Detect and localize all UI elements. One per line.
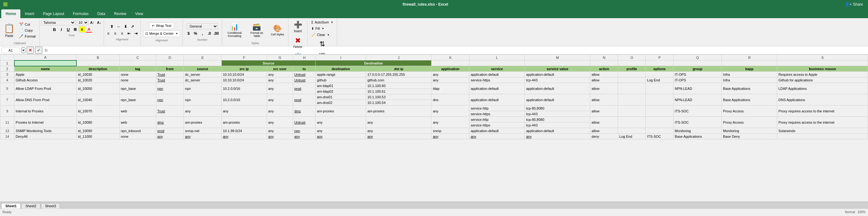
- cell-S13[interactable]: Solarwinds: [777, 128, 868, 134]
- col-header-K[interactable]: K: [432, 55, 469, 60]
- cell-A5[interactable]: Allow LDAP From Prod: [14, 83, 77, 94]
- cell-D13[interactable]: prod: [156, 128, 184, 134]
- cell-J7[interactable]: 10.1.100.53: [366, 94, 432, 100]
- cell-I5[interactable]: am-ldap01: [316, 83, 366, 89]
- tab-home[interactable]: Home: [1, 9, 20, 18]
- cell-H13[interactable]: npn: [293, 128, 315, 134]
- cell-K2[interactable]: application: [432, 66, 469, 72]
- cell-M13[interactable]: application-default: [525, 128, 590, 134]
- cell-E2[interactable]: source: [184, 66, 222, 72]
- cell-E5[interactable]: npn: [184, 83, 222, 94]
- cell-F4[interactable]: 10.10.10.0/24: [221, 77, 267, 83]
- cell-R5[interactable]: Base Applications: [722, 83, 777, 94]
- cell-E13[interactable]: snmp-net: [184, 128, 222, 134]
- cell-A13[interactable]: SNMP Monitoring Tools: [14, 128, 77, 134]
- align-left-button[interactable]: ≡: [105, 30, 112, 37]
- cell-G2[interactable]: src user: [267, 66, 293, 72]
- cell-O3[interactable]: [618, 72, 646, 77]
- cell-J14[interactable]: any: [366, 134, 432, 139]
- cell-G4[interactable]: any: [267, 77, 293, 83]
- comma-button[interactable]: ,: [199, 30, 206, 37]
- cell-S2[interactable]: business reason: [777, 66, 868, 72]
- cell-G3[interactable]: any: [267, 72, 293, 77]
- cell-G13[interactable]: any: [267, 128, 293, 134]
- font-family-select[interactable]: Tahoma Arial Calibri: [41, 20, 75, 25]
- conditional-formatting-button[interactable]: 📊 Conditional Formatting: [224, 22, 245, 39]
- cell-Q4[interactable]: IT-OPS: [673, 77, 721, 83]
- format-as-table-button[interactable]: 🗃️ Format as Table: [246, 22, 267, 39]
- col-header-N[interactable]: N: [590, 55, 618, 60]
- cell-C13[interactable]: npn_inbound: [119, 128, 156, 134]
- decrease-indent-button[interactable]: ⇤: [126, 30, 132, 37]
- cell-S11[interactable]: Proxy requires access to the internet: [777, 117, 868, 128]
- cell-O13[interactable]: [618, 128, 646, 134]
- col-header-L[interactable]: L: [469, 55, 525, 60]
- cell-P11[interactable]: [646, 117, 674, 128]
- cell-D1[interactable]: [156, 60, 184, 66]
- cell-R9[interactable]: Proxy Access: [722, 105, 777, 117]
- cell-D7[interactable]: npn: [156, 94, 184, 105]
- col-header-B[interactable]: B: [76, 55, 119, 60]
- cell-J4[interactable]: github.com: [366, 77, 432, 83]
- cell-C5[interactable]: npn_base: [119, 83, 156, 94]
- cell-N1[interactable]: [590, 60, 618, 66]
- col-header-O[interactable]: O: [618, 55, 646, 60]
- col-header-Q[interactable]: Q: [673, 55, 721, 60]
- cell-A11[interactable]: Proxies to Internet: [14, 117, 77, 128]
- cell-N5[interactable]: allow: [590, 83, 618, 94]
- cell-R11[interactable]: Proxy Access: [722, 117, 777, 128]
- cell-N4[interactable]: allow: [590, 77, 618, 83]
- cell-R4[interactable]: Infra: [722, 77, 777, 83]
- cell-C11[interactable]: web: [119, 117, 156, 128]
- increase-font-button[interactable]: A↑: [89, 20, 95, 26]
- cell-L7[interactable]: application-default: [469, 94, 525, 105]
- bold-button[interactable]: B: [51, 26, 58, 33]
- tab-data[interactable]: Data: [93, 9, 110, 18]
- tab-view[interactable]: View: [131, 9, 148, 18]
- cell-Q2[interactable]: group: [673, 66, 721, 72]
- col-header-H[interactable]: H: [293, 55, 315, 60]
- cell-M14[interactable]: any: [525, 134, 590, 139]
- cell-K3[interactable]: any: [432, 72, 469, 77]
- cell-S5[interactable]: LDAP Applications: [777, 83, 868, 94]
- cell-O14[interactable]: Log End: [618, 134, 646, 139]
- cell-G7[interactable]: any: [267, 94, 293, 105]
- cell-E4[interactable]: dc_server: [184, 77, 222, 83]
- cell-L1[interactable]: [469, 60, 525, 66]
- cell-M7[interactable]: application-default: [525, 94, 590, 105]
- increase-indent-button[interactable]: ⇥: [133, 30, 139, 37]
- sheet-tab-1[interactable]: Sheet1: [1, 203, 21, 209]
- cell-M4[interactable]: tcp-443: [525, 77, 590, 83]
- merge-center-button[interactable]: ⊡ Merge & Center ▼: [143, 30, 180, 37]
- cell-Q14[interactable]: Base Applications: [673, 134, 721, 139]
- cell-B1[interactable]: [76, 60, 119, 66]
- row-header-5[interactable]: 5: [0, 83, 14, 94]
- cell-G9[interactable]: any: [267, 105, 293, 117]
- cell-C7[interactable]: npn_base: [119, 94, 156, 105]
- cell-I13[interactable]: any: [316, 128, 366, 134]
- cell-D9[interactable]: Trust: [156, 105, 184, 117]
- cell-F13[interactable]: 10.1.99.0/24: [221, 128, 267, 134]
- paste-button[interactable]: 📋 Paste: [2, 21, 17, 40]
- cell-B9[interactable]: id_10070: [76, 105, 119, 117]
- cell-B5[interactable]: id_10050: [76, 83, 119, 94]
- cell-C14[interactable]: none: [119, 134, 156, 139]
- cut-button[interactable]: ✂️ Cut: [17, 22, 38, 27]
- cell-L9b[interactable]: service-https: [469, 111, 525, 117]
- col-header-P[interactable]: P: [646, 55, 674, 60]
- cell-D4[interactable]: Trust: [156, 77, 184, 83]
- cell-F1-merged[interactable]: Source: [221, 60, 316, 66]
- cell-H7[interactable]: prod: [293, 94, 315, 105]
- cell-O4[interactable]: [618, 77, 646, 83]
- row-header-11[interactable]: 11: [0, 117, 14, 128]
- row-header-2[interactable]: 2: [0, 66, 14, 72]
- tab-formulas[interactable]: Formulas: [69, 9, 93, 18]
- cell-styles-button[interactable]: 🎨 Cell Styles: [268, 23, 286, 37]
- orientation-button[interactable]: ↗: [129, 24, 135, 30]
- cell-O9[interactable]: [618, 105, 646, 117]
- cell-S14[interactable]: [777, 134, 868, 139]
- tab-review[interactable]: Review: [110, 9, 131, 18]
- cell-L4[interactable]: service-https: [469, 77, 525, 83]
- col-header-I[interactable]: I: [316, 55, 366, 60]
- cell-L2[interactable]: service: [469, 66, 525, 72]
